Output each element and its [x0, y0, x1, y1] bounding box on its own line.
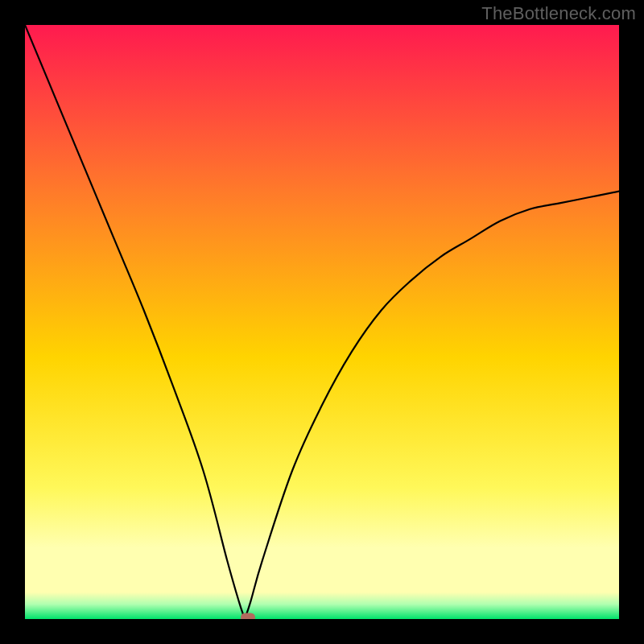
plot-area [25, 25, 619, 619]
watermark-text: TheBottleneck.com [481, 3, 636, 24]
chart-frame: TheBottleneck.com [0, 0, 644, 644]
curve-layer [25, 25, 619, 619]
bottleneck-curve [25, 25, 619, 619]
minimum-marker [241, 613, 255, 619]
